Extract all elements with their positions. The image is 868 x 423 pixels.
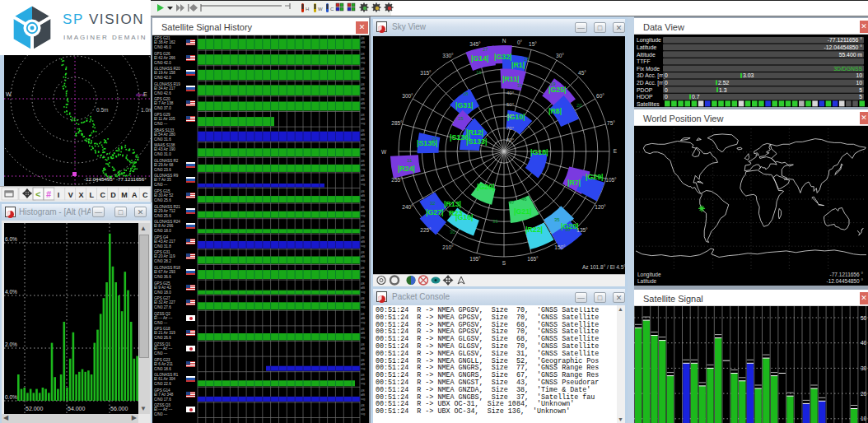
svg-text:|G21|: |G21|: [514, 207, 532, 216]
svg-text:10: 10: [861, 416, 867, 421]
svg-text:135°: 135°: [576, 227, 588, 233]
svg-text:150°: 150°: [554, 244, 566, 250]
svg-text:315°: 315°: [420, 70, 432, 76]
svg-text:H: H: [306, 7, 309, 12]
svg-text:47: 47: [509, 200, 515, 205]
svg-text:30: 30: [565, 227, 571, 232]
svg-text:10: 10: [856, 72, 862, 78]
svg-text:33: 33: [492, 219, 498, 224]
svg-text:70°: 70°: [506, 126, 515, 131]
svg-text:E: E: [143, 91, 147, 97]
svg-text:W: W: [381, 149, 387, 155]
svg-text:2.52: 2.52: [718, 80, 729, 86]
svg-text:5: 5: [859, 87, 862, 93]
svg-text:C: C: [100, 191, 105, 199]
svg-text:30°: 30°: [556, 53, 564, 58]
svg-text:23: 23: [432, 137, 437, 142]
svg-text:52.000: 52.000: [26, 406, 44, 411]
svg-text:S: S: [502, 260, 506, 266]
svg-text:V: V: [68, 191, 73, 199]
svg-text:3.03: 3.03: [743, 72, 754, 78]
svg-text:Altitude: Altitude: [637, 52, 656, 58]
svg-text:3D/DGNSS: 3D/DGNSS: [833, 66, 862, 72]
svg-text:75°: 75°: [607, 120, 615, 126]
svg-text:|G25|: |G25|: [548, 86, 567, 94]
svg-text:32: 32: [430, 201, 436, 206]
svg-text:|G32|: |G32|: [494, 53, 512, 61]
svg-text:|G14|: |G14|: [471, 54, 489, 63]
svg-text:5: 5: [859, 94, 862, 100]
svg-text:80°: 80°: [506, 137, 515, 142]
svg-text:54.000: 54.000: [68, 406, 86, 411]
svg-text:|S136|: |S136|: [450, 133, 470, 142]
svg-text:120°: 120°: [595, 204, 606, 210]
svg-text:|G27|: |G27|: [426, 208, 444, 216]
svg-text:I: I: [58, 191, 60, 199]
svg-text:dev: dev: [136, 92, 144, 97]
svg-text:|R24|: |R24|: [398, 165, 415, 173]
svg-text:17: 17: [524, 57, 530, 62]
svg-text:R23: R23: [449, 209, 463, 217]
svg-text:40°: 40°: [506, 91, 515, 95]
svg-text:40: 40: [861, 340, 867, 346]
svg-text:210°: 210°: [442, 244, 454, 250]
svg-text:4.0%: 4.0%: [5, 289, 17, 295]
svg-text:#: #: [46, 189, 51, 199]
svg-text:|R1|: |R1|: [511, 61, 525, 69]
svg-text:E: E: [614, 148, 618, 154]
svg-text:50°: 50°: [506, 102, 515, 107]
svg-text:19: 19: [550, 81, 556, 86]
svg-text:20: 20: [576, 103, 582, 108]
svg-text:|G20|: |G20|: [477, 183, 495, 191]
svg-text:1.0m: 1.0m: [141, 107, 151, 113]
svg-text:|R8|: |R8|: [548, 107, 562, 115]
svg-text:Satellites: Satellites: [637, 101, 660, 107]
svg-text:2.0%: 2.0%: [5, 342, 17, 347]
svg-text:|R22|: |R22|: [525, 225, 543, 234]
svg-text:2D Acc. [m]: 2D Acc. [m]: [637, 80, 665, 86]
svg-text:3D Acc. [m]: 3D Acc. [m]: [637, 72, 665, 79]
svg-text:56.000: 56.000: [110, 406, 128, 411]
svg-text:50: 50: [861, 315, 867, 321]
svg-text:-77.1211656 °: -77.1211656 °: [828, 37, 863, 43]
svg-text:0: 0: [665, 72, 668, 78]
svg-text:|R7|: |R7|: [567, 179, 581, 187]
svg-text:0°: 0°: [517, 40, 523, 45]
svg-text:16: 16: [476, 70, 482, 75]
svg-text:20: 20: [861, 391, 867, 397]
svg-text:30: 30: [861, 365, 867, 371]
svg-text:330°: 330°: [442, 53, 454, 58]
svg-text:165°: 165°: [527, 256, 539, 262]
svg-text:6.0%: 6.0%: [5, 236, 17, 242]
svg-text:0.7: 0.7: [692, 94, 700, 100]
svg-text:-12.0445495° -77.1211656°: -12.0445495° -77.1211656°: [84, 176, 147, 182]
svg-text:0: 0: [665, 87, 668, 93]
svg-text:15: 15: [458, 116, 464, 121]
svg-text:225°: 225°: [420, 227, 432, 233]
svg-text:HDOP: HDOP: [637, 94, 653, 100]
svg-text:46: 46: [521, 197, 527, 202]
svg-text:A: A: [132, 191, 138, 199]
svg-text:Fix Mode: Fix Mode: [637, 66, 660, 72]
svg-text:-12.04454850 °: -12.04454850 °: [824, 44, 862, 50]
svg-text:27: 27: [483, 47, 488, 52]
svg-text:C: C: [142, 191, 148, 199]
svg-text:0: 0: [665, 94, 668, 100]
svg-text:|R11|: |R11|: [502, 75, 520, 83]
svg-text:35: 35: [554, 217, 560, 222]
svg-text:|G29|: |G29|: [586, 173, 604, 181]
svg-text:|G18|: |G18|: [530, 148, 548, 156]
svg-text:0: 0: [665, 80, 668, 86]
svg-text:0.5m: 0.5m: [96, 107, 108, 113]
svg-text:Az 101.8° / El 4.5°: Az 101.8° / El 4.5°: [582, 264, 625, 270]
svg-text:N: N: [502, 38, 506, 44]
svg-text:C: C: [330, 7, 334, 12]
svg-text:345°: 345°: [469, 41, 481, 47]
svg-text:X: X: [79, 191, 84, 199]
svg-text:M: M: [121, 191, 128, 199]
svg-text:60°: 60°: [506, 114, 515, 119]
svg-text:255°: 255°: [391, 177, 403, 183]
svg-text:1.3: 1.3: [719, 87, 727, 93]
svg-text:TTFF: TTFF: [637, 58, 651, 64]
svg-text:|R13|: |R13|: [444, 200, 461, 208]
